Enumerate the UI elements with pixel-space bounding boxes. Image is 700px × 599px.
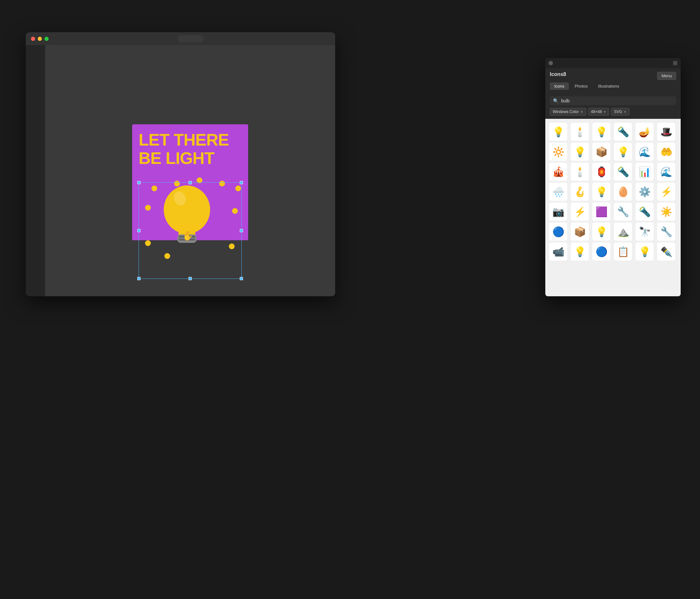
icon-cell[interactable]: 🔧	[657, 223, 675, 240]
dot	[235, 185, 241, 191]
dot	[151, 185, 157, 191]
size-chevron-icon: ▼	[603, 110, 606, 114]
icon-cell[interactable]: 🪝	[571, 183, 589, 201]
icon-cell[interactable]: 🔆	[549, 143, 567, 161]
icon-cell[interactable]: 🎩	[657, 123, 675, 141]
titlebar-center	[51, 35, 330, 42]
icon-cell[interactable]: 🔵	[549, 223, 567, 240]
selection-handle-tl[interactable]	[137, 181, 141, 184]
icon-cell[interactable]: 💡	[571, 143, 589, 161]
icon-cell[interactable]: 📊	[635, 163, 654, 181]
search-input[interactable]: bulb	[561, 98, 570, 103]
close-traffic-light[interactable]	[31, 37, 35, 41]
icon-cell[interactable]: 💡	[592, 223, 610, 240]
format-filter-dropdown[interactable]: SVG ▼	[611, 108, 629, 115]
icon-cell[interactable]: 💡	[592, 183, 610, 201]
icons8-panel: × » Icons8 Menu Icons Photos Illustratio…	[545, 58, 681, 296]
icon-cell[interactable]: 🔧	[614, 203, 632, 220]
selection-handle-bl[interactable]	[137, 277, 141, 280]
titlebar-pill	[178, 35, 204, 42]
text-line1: LET THERE	[139, 131, 242, 149]
menu-button[interactable]: Menu	[657, 72, 676, 80]
icon-cell[interactable]: ☀️	[657, 203, 675, 220]
icon-cell[interactable]: 🔦	[614, 163, 632, 181]
icon-cell[interactable]: 📷	[549, 203, 567, 220]
minimize-traffic-light[interactable]	[38, 37, 42, 41]
dot	[145, 240, 151, 246]
icon-cell[interactable]: 💡	[571, 242, 589, 261]
selection-handle-tr[interactable]	[240, 181, 243, 184]
icon-cell[interactable]: 📦	[592, 143, 610, 161]
design-text: LET THERE BE LIGHT	[132, 124, 248, 167]
maximize-traffic-light[interactable]	[45, 37, 49, 41]
icon-cell[interactable]: 📦	[571, 223, 589, 240]
search-icon: 🔍	[553, 98, 558, 103]
dot	[145, 205, 151, 211]
size-filter-label: 48×48	[591, 109, 602, 114]
size-filter-dropdown[interactable]: 48×48 ▼	[588, 108, 609, 115]
icon-cell[interactable]: 🌧️	[549, 183, 567, 201]
window-content: LET THERE BE LIGHT	[26, 45, 335, 296]
selection-handle-br[interactable]	[240, 277, 243, 280]
panel-titlebar: × »	[545, 58, 681, 68]
panel-header: Icons8 Menu Icons Photos Illustrations 🔍…	[545, 68, 681, 119]
tab-icons[interactable]: Icons	[550, 82, 569, 90]
panel-body: Icons8 Menu Icons Photos Illustrations 🔍…	[545, 68, 681, 296]
icon-cell[interactable]: 💡	[549, 123, 567, 141]
app-window: LET THERE BE LIGHT	[26, 32, 335, 296]
cursor-grab: ✋	[182, 231, 193, 241]
dot	[219, 181, 225, 186]
selection-handle-rm[interactable]	[240, 229, 243, 232]
icon-cell[interactable]: 🌊	[635, 143, 654, 161]
icons-grid-area[interactable]: 💡🕯️💡🔦🪔🎩🔆💡📦💡🌊🤲🎪🕯️🏮🔦📊🌊🌧️🪝💡🥚⚙️⚡📷⚡🟪🔧🔦☀️🔵📦💡⛰️…	[545, 119, 681, 296]
panel-expand-button[interactable]: »	[673, 61, 677, 66]
icon-cell[interactable]: 🕯️	[571, 123, 589, 141]
icon-cell[interactable]: ⛰️	[614, 223, 632, 240]
selection-handle-lm[interactable]	[137, 229, 141, 232]
icon-cell[interactable]: 📋	[614, 242, 632, 261]
icon-cell[interactable]: 💡	[592, 123, 610, 141]
format-filter-label: SVG	[614, 109, 622, 114]
icon-cell[interactable]: ✒️	[657, 242, 675, 261]
style-filter-dropdown[interactable]: Windows Color ▼	[550, 108, 586, 115]
icon-cell[interactable]: 🟪	[592, 203, 610, 220]
style-filter-label: Windows Color	[553, 109, 579, 114]
icons-grid: 💡🕯️💡🔦🪔🎩🔆💡📦💡🌊🤲🎪🕯️🏮🔦📊🌊🌧️🪝💡🥚⚙️⚡📷⚡🟪🔧🔦☀️🔵📦💡⛰️…	[549, 123, 677, 261]
icon-cell[interactable]: ⚡	[657, 183, 675, 201]
design-canvas: LET THERE BE LIGHT	[132, 124, 248, 240]
panel-tabs: Icons Photos Illustrations	[550, 82, 624, 90]
icon-cell[interactable]: 🔭	[635, 223, 654, 240]
icon-cell[interactable]: 🔦	[614, 123, 632, 141]
svg-point-1	[168, 185, 206, 227]
panel-title: Icons8	[550, 72, 566, 77]
icon-cell[interactable]: 💡	[635, 242, 654, 261]
panel-close-button[interactable]: ×	[549, 61, 553, 66]
format-chevron-icon: ▼	[624, 110, 627, 114]
icon-cell[interactable]: 🥚	[614, 183, 632, 201]
dot	[232, 208, 238, 214]
icon-cell[interactable]: ⚡	[571, 203, 589, 220]
icon-cell[interactable]: 📹	[549, 242, 567, 261]
filters-row: Windows Color ▼ 48×48 ▼ SVG ▼	[550, 108, 676, 115]
icon-cell[interactable]: 🔵	[592, 242, 610, 261]
selection-handle-bm[interactable]	[189, 277, 192, 280]
text-line2: BE LIGHT	[139, 149, 242, 167]
canvas-area[interactable]: LET THERE BE LIGHT	[45, 45, 335, 296]
icon-cell[interactable]: 🤲	[657, 143, 675, 161]
icon-cell[interactable]: 🪔	[635, 123, 654, 141]
tab-illustrations[interactable]: Illustrations	[594, 82, 624, 90]
window-titlebar	[26, 32, 335, 45]
icon-cell[interactable]: 🔦	[635, 203, 654, 220]
dot	[165, 253, 170, 259]
icon-cell[interactable]: 🏮	[592, 163, 610, 181]
icon-cell[interactable]: 🕯️	[571, 163, 589, 181]
icon-cell[interactable]: 🎪	[549, 163, 567, 181]
style-chevron-icon: ▼	[580, 110, 583, 114]
dot	[229, 243, 234, 249]
sidebar	[26, 45, 45, 296]
icon-cell[interactable]: 🌊	[657, 163, 675, 181]
tab-photos[interactable]: Photos	[570, 82, 592, 90]
search-row: 🔍 bulb	[550, 96, 676, 105]
icon-cell[interactable]: ⚙️	[635, 183, 654, 201]
icon-cell[interactable]: 💡	[614, 143, 632, 161]
